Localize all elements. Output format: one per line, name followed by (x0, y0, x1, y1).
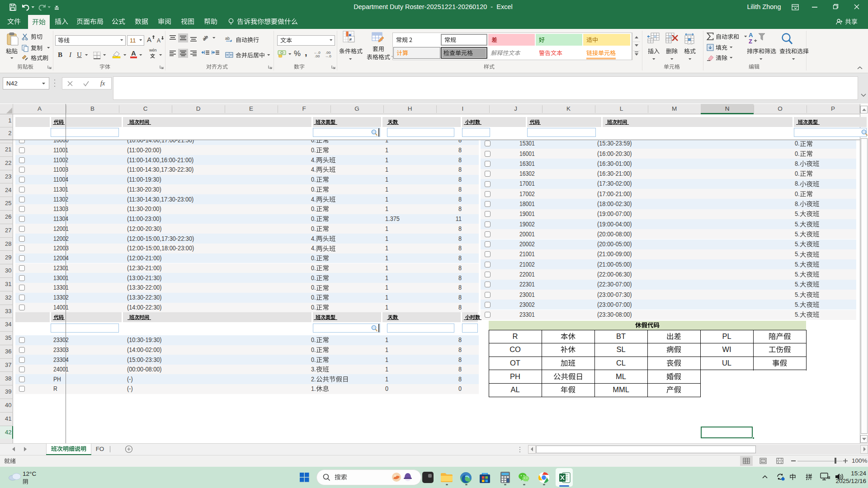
svg-text:≠: ≠ (349, 37, 352, 42)
svg-text:→.0: →.0 (325, 54, 331, 58)
svg-text:.00: .00 (315, 54, 320, 58)
svg-text:ab: ab (225, 36, 230, 41)
svg-text:ab: ab (201, 34, 209, 42)
